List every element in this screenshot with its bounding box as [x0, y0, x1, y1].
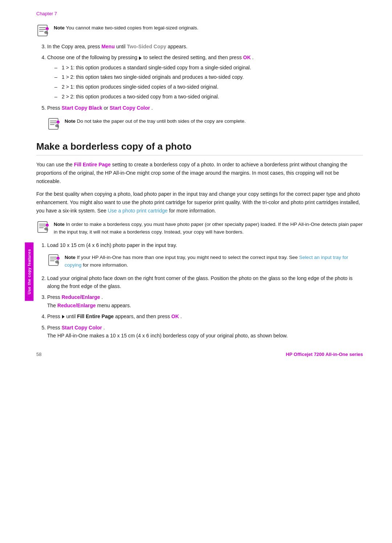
footer-page: 58 [36, 352, 41, 357]
ok-highlight-2: OK [171, 313, 179, 319]
step-3: Press Reduce/Enlarge . The Reduce/Enlarg… [47, 293, 363, 309]
sub-list: 1 > 1: this option produces a standard s… [54, 64, 363, 101]
start-copy-color: Start Copy Color [110, 105, 150, 111]
steps-list: Load 10 x 15 cm (4 x 6 inch) photo paper… [47, 241, 363, 340]
two-sided-copy-highlight: Two-Sided Copy [127, 44, 166, 49]
note-icon-2: ! [47, 117, 61, 131]
note-icon-1: ! [36, 24, 50, 37]
photo-cartridge-link[interactable]: Use a photo print cartridge [108, 208, 168, 214]
start-copy-black: Start Copy Black [62, 105, 102, 111]
svg-text:!: ! [47, 225, 48, 227]
body-para-1: You can use the Fill Entire Page setting… [36, 161, 363, 186]
svg-rect-12 [38, 222, 47, 232]
step-2: Load your original photo face down on th… [47, 274, 363, 291]
svg-text:!: ! [58, 258, 58, 260]
note-text-1: Note You cannot make two-sided copies fr… [54, 24, 198, 32]
step-1: Load 10 x 15 cm (4 x 6 inch) photo paper… [47, 241, 363, 269]
sub-item-1: 1 > 1: this option produces a standard s… [54, 64, 363, 72]
svg-rect-0 [38, 25, 47, 36]
list-item-5: Press Start Copy Black or Start Copy Col… [47, 104, 363, 112]
list-item-4: Choose one of the following by pressing … [47, 53, 363, 101]
sub-item-4: 2 > 2: this option produces a two-sided … [54, 93, 363, 101]
note-text-2: Note Do not take the paper out of the tr… [65, 117, 246, 125]
arrow-icon [139, 56, 142, 60]
svg-text:!: ! [47, 28, 48, 31]
step-5: Press Start Copy Color . The HP All-in-O… [47, 324, 363, 340]
note-text-3: Note In order to make a borderless copy,… [54, 220, 363, 236]
note-icon-3: ! [36, 220, 50, 234]
footer: 58 HP Officejet 7200 All-in-One series [0, 352, 392, 357]
ok-highlight: OK [243, 54, 251, 60]
menu-highlight: Menu [101, 44, 115, 49]
section-heading: Make a borderless copy of a photo [36, 141, 363, 155]
fill-entire-page-link: Fill Entire Page [74, 162, 111, 167]
start-copy-color-2: Start Copy Color [62, 325, 102, 331]
svg-rect-6 [49, 118, 58, 129]
reduce-enlarge-highlight: Reduce/Enlarge [62, 294, 100, 300]
svg-text:!: ! [58, 122, 58, 124]
sub-item-2: 1 > 2: this option takes two single-side… [54, 73, 363, 81]
note-text-4: Note If your HP All-in-One has more than… [65, 253, 363, 269]
svg-rect-18 [49, 255, 58, 266]
footer-product: HP Officejet 7200 All-in-One series [286, 352, 363, 357]
note-icon-4: ! [47, 253, 61, 267]
step-4: Press until Fill Entire Page appears, an… [47, 312, 363, 320]
arrow-icon-2 [62, 315, 65, 319]
reduce-enlarge-sub: Reduce/Enlarge [57, 303, 96, 308]
note-box-2: ! Note Do not take the paper out of the … [47, 117, 363, 131]
note-box-3: ! Note In order to make a borderless cop… [36, 220, 363, 236]
main-list: In the Copy area, press Menu until Two-S… [47, 42, 363, 112]
sub-item-3: 2 > 1: this option produces single-sided… [54, 83, 363, 91]
note-box-4: ! Note If your HP All-in-One has more th… [47, 253, 363, 269]
body-para-2: For the best quality when copying a phot… [36, 190, 363, 215]
chapter-label: Chapter 7 [36, 11, 363, 16]
note-box-1: ! Note You cannot make two-sided copies … [36, 24, 363, 37]
list-item-3: In the Copy area, press Menu until Two-S… [47, 42, 363, 50]
